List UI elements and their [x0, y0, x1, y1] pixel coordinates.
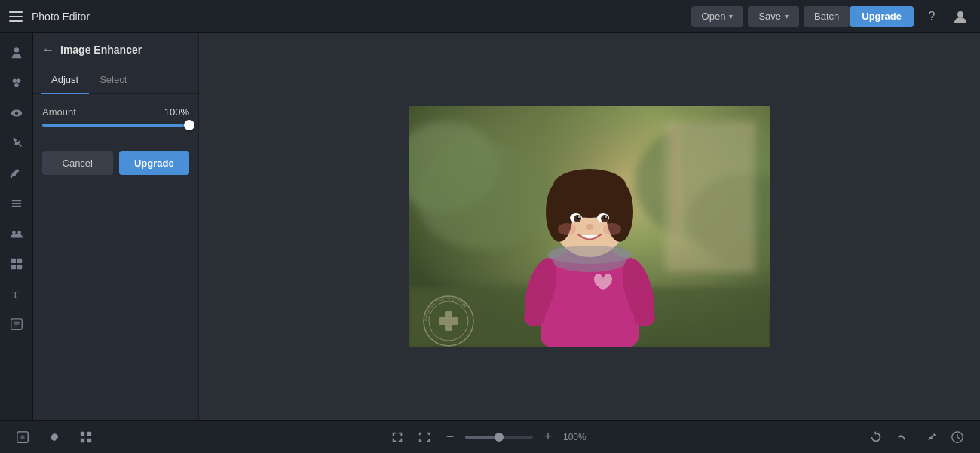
svg-point-52	[547, 246, 632, 264]
help-icon[interactable]: ?	[921, 6, 942, 27]
photo-image: BeFunky • PHOTO EDITOR	[409, 106, 770, 347]
svg-point-45	[577, 216, 580, 219]
svg-point-48	[605, 216, 607, 218]
grid-icon[interactable]	[75, 427, 96, 448]
svg-point-24	[416, 144, 552, 249]
more-icon[interactable]	[3, 311, 30, 338]
cancel-button[interactable]: Cancel	[42, 151, 113, 175]
upgrade-panel-button[interactable]: Upgrade	[119, 151, 190, 175]
tab-adjust[interactable]: Adjust	[41, 66, 89, 94]
zoom-slider[interactable]	[465, 436, 533, 439]
menu-icon[interactable]	[9, 8, 26, 25]
profile-icon[interactable]	[950, 6, 971, 27]
crop-icon[interactable]	[12, 427, 33, 448]
person-icon[interactable]	[3, 39, 30, 66]
fullscreen-icon[interactable]	[387, 427, 408, 448]
amount-row: Amount 100%	[42, 106, 189, 118]
amount-value: 100%	[164, 106, 189, 118]
svg-rect-62	[81, 438, 84, 442]
bottom-center: − + 100%	[387, 427, 593, 448]
svg-point-47	[578, 216, 580, 218]
panel-tabs: Adjust Select	[33, 66, 198, 94]
svg-rect-14	[17, 259, 21, 263]
svg-rect-26	[672, 129, 684, 242]
svg-point-59	[20, 435, 24, 439]
zoom-in-button[interactable]: +	[539, 428, 557, 446]
left-sidebar: T	[0, 33, 33, 420]
svg-point-11	[12, 231, 16, 234]
svg-point-46	[604, 216, 608, 219]
top-bar: Photo Editor Open ▾ Save ▾ Batch Upgrade…	[0, 0, 980, 33]
shapes-icon[interactable]	[3, 250, 30, 277]
open-button[interactable]: Open ▾	[691, 6, 744, 27]
save-button[interactable]: Save ▾	[748, 6, 799, 27]
svg-point-0	[957, 11, 963, 17]
svg-rect-13	[11, 259, 15, 263]
svg-point-12	[17, 231, 21, 234]
redo-icon[interactable]	[920, 427, 941, 448]
svg-rect-56	[439, 317, 458, 325]
fit-icon[interactable]	[414, 427, 435, 448]
app-title: Photo Editor	[32, 11, 90, 23]
amount-label: Amount	[42, 106, 76, 118]
batch-button[interactable]: Batch	[804, 6, 850, 27]
panel-title: Image Enhancer	[60, 44, 142, 56]
group-icon[interactable]	[3, 220, 30, 247]
svg-point-2	[12, 79, 16, 83]
zoom-value: 100%	[563, 432, 593, 442]
slider-fill	[42, 124, 189, 127]
panel-body: Amount 100%	[33, 94, 198, 151]
amount-slider[interactable]	[42, 124, 189, 127]
tools-icon[interactable]	[3, 130, 30, 157]
save-chevron-icon: ▾	[785, 12, 789, 20]
svg-rect-15	[11, 265, 15, 269]
upgrade-button[interactable]: Upgrade	[850, 6, 914, 27]
svg-rect-7	[17, 143, 21, 147]
layers-icon[interactable]	[3, 190, 30, 217]
svg-point-49	[586, 224, 593, 230]
svg-point-51	[603, 223, 621, 235]
svg-point-1	[14, 47, 18, 52]
eye-icon[interactable]	[3, 99, 30, 127]
svg-rect-63	[87, 438, 91, 442]
undo-icon[interactable]	[893, 427, 914, 448]
zoom-out-button[interactable]: −	[441, 428, 459, 446]
open-chevron-icon: ▾	[729, 12, 733, 20]
svg-point-34	[634, 308, 655, 326]
svg-point-40	[553, 169, 626, 202]
svg-rect-9	[11, 203, 21, 204]
zoom-slider-thumb	[495, 433, 504, 442]
refresh-icon[interactable]	[865, 427, 887, 448]
panel: ← Image Enhancer Adjust Select Amount 10…	[33, 33, 199, 420]
bottom-left	[12, 427, 96, 448]
tab-select[interactable]: Select	[89, 66, 137, 94]
svg-rect-16	[17, 265, 21, 269]
svg-point-50	[558, 223, 576, 235]
svg-rect-61	[87, 431, 91, 435]
svg-rect-8	[11, 200, 21, 202]
top-bar-right: Upgrade ?	[850, 6, 971, 27]
panel-actions: Cancel Upgrade	[33, 151, 198, 175]
brush-icon[interactable]	[3, 160, 30, 187]
svg-point-33	[524, 308, 545, 326]
svg-rect-10	[11, 206, 21, 207]
slider-thumb	[184, 120, 194, 130]
link-icon[interactable]	[44, 427, 65, 448]
svg-rect-60	[81, 431, 84, 435]
panel-header: ← Image Enhancer	[33, 33, 198, 66]
svg-point-3	[17, 79, 20, 83]
svg-text:T: T	[12, 289, 18, 300]
svg-point-4	[14, 83, 18, 87]
history-icon[interactable]	[947, 427, 968, 448]
effects-icon[interactable]	[3, 69, 30, 96]
bottom-right	[865, 427, 968, 448]
canvas-area: BeFunky • PHOTO EDITOR	[199, 33, 980, 420]
main-area: T ← Image Enhancer Adjust Select Amount …	[0, 33, 980, 420]
bottom-bar: − + 100%	[0, 420, 980, 453]
top-bar-center: Open ▾ Save ▾ Batch	[691, 6, 850, 27]
back-arrow-icon[interactable]: ←	[42, 43, 54, 57]
text-icon[interactable]: T	[3, 280, 30, 308]
top-bar-left: Photo Editor	[9, 8, 691, 25]
svg-point-6	[14, 112, 18, 115]
